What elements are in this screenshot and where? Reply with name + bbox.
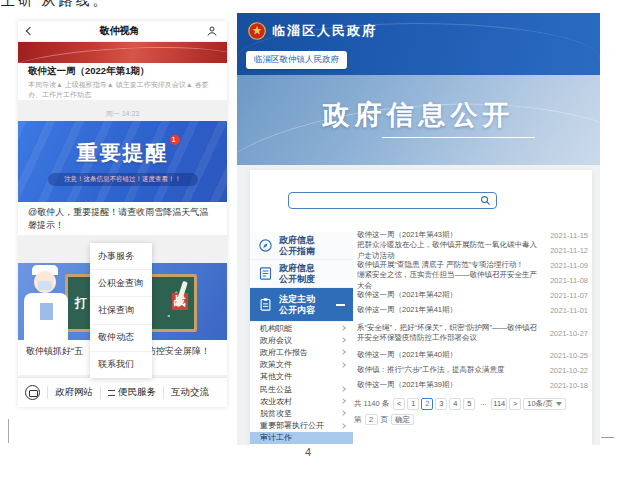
national-emblem-icon <box>248 22 266 40</box>
search-input[interactable] <box>289 193 480 208</box>
article-summary: 本周导读▲ 上级视察指导▲ 镇主要工作安排及会议▲ 各委办、工作片工作动态 <box>28 80 217 100</box>
chevron-right-icon <box>340 411 346 417</box>
article-card[interactable]: 敬仲这一周（2022年第1期） 本周导读▲ 上级视察指导▲ 镇主要工作安排及会议… <box>18 63 227 100</box>
sidebar-item-poverty-alleviation[interactable]: 脱贫攻坚 <box>250 407 353 419</box>
sidebar-tile-statutory-disclosure[interactable]: 法定主动公开内容 <box>250 288 353 322</box>
sidebar-item-key-deployment[interactable]: 重要部署执行公开 <box>250 420 353 432</box>
sidebar-item-other-docs[interactable]: 其他文件 <box>250 371 353 383</box>
site-header: 临淄区人民政府 临淄区敬仲镇人民政府 <box>237 13 600 75</box>
banner-title: 政府信息公开 <box>237 97 600 133</box>
site-brand[interactable]: 临淄区人民政府 <box>248 22 377 40</box>
list-item[interactable]: 敬仲这一周（2021年第40期）2021-10-25 <box>357 348 588 363</box>
wechat-account-screenshot: 敬仲视角 敬仲这一周（2022年第1期） 本周导读▲ 上级视察指导▲ 镇主要工作… <box>18 21 227 407</box>
page-size-select[interactable]: 10条/页 <box>523 398 565 410</box>
alert-banner-title: 重要提醒1 <box>18 139 227 167</box>
menu-item-contact-us[interactable]: 联系我们 <box>90 352 152 378</box>
menu-item-town-news[interactable]: 敬仲动态 <box>90 325 152 352</box>
pagination-total: 共 1140 条 <box>354 399 389 409</box>
page-button-3[interactable]: 3 <box>435 398 447 410</box>
menu-lines-icon <box>108 390 115 396</box>
services-popup-menu: 办事服务 公积金查询 社保查询 敬仲动态 联系我们 <box>90 243 152 378</box>
jump-confirm-button[interactable]: 确定 <box>391 414 414 425</box>
sidebar-item-gov-meetings[interactable]: 政府会议 <box>250 334 353 346</box>
menu-item-housing-fund[interactable]: 公积金查询 <box>90 270 152 297</box>
divider <box>100 386 101 399</box>
divider <box>47 386 48 399</box>
list-item[interactable]: 系“安全绳”，把好“环保关”，织密“防护网”——敬仲镇召开安全环保暨疫情防控工作… <box>357 318 588 348</box>
clipboard-icon <box>258 297 273 312</box>
chevron-right-icon <box>340 398 346 404</box>
sidebar-item-org-functions[interactable]: 机构职能 <box>250 322 353 334</box>
list-item[interactable]: 绷紧安全之弦，压实责任担当——敬仲镇召开安全生产大会2021-11-08 <box>357 273 588 288</box>
jump-prefix-label: 第 <box>354 415 362 425</box>
next-page-button[interactable]: > <box>509 398 521 410</box>
doctor-mask <box>38 281 52 290</box>
sidebar-tile-guide[interactable]: 政府信息公开指南 <box>250 232 353 260</box>
list-item[interactable]: 把群众冷暖放在心上，敬仲镇开展防范一氧化碳中毒入户走访活动2021-11-12 <box>357 243 588 258</box>
list-item[interactable]: 敬仲镇：推行“六步”工作法，提高群众满意度2021-10-22 <box>357 363 588 378</box>
document-page: 上研 从路线。 敬仲视角 敬仲这一周（2022年第1期） 本周导读▲ 上级视察指… <box>0 0 618 483</box>
content-card: 政府信息公开指南 政府信息公开制度 <box>250 170 592 445</box>
sidebar-item-policy-docs[interactable]: 政策文件 <box>250 359 353 371</box>
sidebar-tile-rules[interactable]: 政府信息公开制度 <box>250 260 353 288</box>
doctor-clipboard <box>40 303 53 320</box>
sidebar-item-audit-work[interactable]: 审计工作 <box>250 432 353 444</box>
list-item[interactable]: 敬仲这一周（2021年第41期）2021-11-01 <box>357 303 588 318</box>
banner-underline <box>382 137 535 138</box>
page-button-114[interactable]: 114 <box>491 398 507 410</box>
chevron-right-icon <box>340 386 346 392</box>
compass-icon <box>258 238 273 253</box>
divider <box>163 386 164 399</box>
search-box <box>288 192 497 209</box>
bottom-tab-bar: 政府网站 便民服务 互动交流 <box>18 377 227 407</box>
menu-item-social-security[interactable]: 社保查询 <box>90 297 152 324</box>
tab-citizen-services[interactable]: 便民服务 <box>108 386 156 399</box>
collapse-minus-icon[interactable] <box>336 304 345 306</box>
page-button-1[interactable]: 1 <box>407 398 419 410</box>
chat-timestamp: 周一 14:23 <box>18 109 227 119</box>
search-icon[interactable] <box>480 195 491 206</box>
contact-person-icon[interactable] <box>206 25 218 37</box>
alert-banner-card[interactable]: 重要提醒1 注意！这条信息不容错过！速度查看！！ <box>18 121 227 202</box>
chevron-right-icon <box>340 362 346 368</box>
notification-badge: 1 <box>170 135 180 145</box>
account-title: 敬仲视角 <box>100 24 140 38</box>
prev-page-button[interactable]: < <box>393 398 405 410</box>
menu-item-service[interactable]: 办事服务 <box>90 243 152 270</box>
list-item[interactable]: 敬仲这一周（2021年第39期）2021-10-18 <box>357 378 588 393</box>
page-button-2-active[interactable]: 2 <box>421 398 433 410</box>
page-button-5[interactable]: 5 <box>463 398 475 410</box>
keyboard-toggle-icon[interactable] <box>25 385 40 400</box>
document-icon <box>258 266 273 281</box>
page-jumper: 第 2 页 确定 <box>354 414 414 425</box>
clipped-doc-text: 上研 从路线。 <box>1 0 131 11</box>
jump-suffix-label: 页 <box>381 415 389 425</box>
chevron-down-icon <box>556 402 562 406</box>
gov-website-screenshot: 临淄区人民政府 临淄区敬仲镇人民政府 政府信息公开 <box>237 13 600 445</box>
phone-header: 敬仲视角 <box>18 21 227 42</box>
back-icon[interactable] <box>26 27 34 35</box>
alert-banner-subtitle: 注意！这条信息不容错过！速度查看！！ <box>48 173 198 186</box>
sidebar-item-agriculture[interactable]: 农业农村 <box>250 395 353 407</box>
jump-page-input[interactable]: 2 <box>365 414 378 425</box>
page-button-4[interactable]: 4 <box>449 398 461 410</box>
tab-interaction[interactable]: 互动交流 <box>171 386 209 399</box>
tab-gov-website[interactable]: 政府网站 <box>55 386 93 399</box>
chevron-right-icon <box>340 350 346 356</box>
info-disclosure-banner: 政府信息公开 <box>237 75 600 165</box>
article-title: 敬仲这一周（2022年第1期） <box>28 65 217 78</box>
doc-dash-mark <box>601 437 614 438</box>
site-name: 临淄区人民政府 <box>272 22 377 40</box>
article-cover-image[interactable] <box>18 42 227 63</box>
doc-frame-line <box>8 419 9 443</box>
list-item[interactable]: 敬仲这一周（2021年第42期）2021-11-07 <box>357 288 588 303</box>
sidebar: 政府信息公开指南 政府信息公开制度 <box>250 232 353 444</box>
article-list: 敬仲这一周（2021年第43期）2021-11-15 把群众冷暖放在心上，敬仲镇… <box>357 228 588 393</box>
blackboard-text-left: 打 <box>75 295 87 312</box>
sidebar-item-public-welfare[interactable]: 民生公益 <box>250 383 353 395</box>
sidebar-item-work-report[interactable]: 政府工作报告 <box>250 346 353 358</box>
town-gov-tag[interactable]: 临淄区敬仲镇人民政府 <box>246 51 347 69</box>
alert-message-card[interactable]: @敬仲人，重要提醒！请查收雨雪降温天气温馨提示！ <box>18 202 227 235</box>
chevron-right-icon <box>340 325 346 331</box>
chevron-right-icon <box>340 423 346 429</box>
